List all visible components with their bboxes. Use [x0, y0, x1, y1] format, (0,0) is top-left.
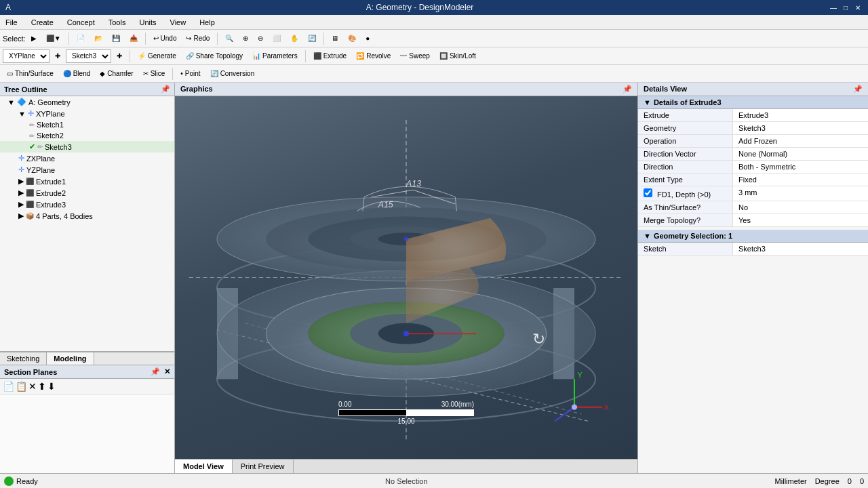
- plane-new-button[interactable]: ✚: [51, 49, 64, 64]
- menu-help[interactable]: Help: [197, 17, 218, 28]
- undo-button[interactable]: ↩ Undo: [149, 31, 181, 46]
- revolve-button[interactable]: 🔁 Revolve: [352, 49, 395, 64]
- tree-expand-xyplane: ▼: [18, 110, 26, 118]
- sep3: [217, 33, 218, 45]
- sp-delete-icon[interactable]: ✕: [28, 381, 37, 392]
- details-val-fd1[interactable]: 3 mm: [733, 186, 868, 201]
- details-val-thin[interactable]: No: [733, 201, 868, 214]
- tab-modeling[interactable]: Modeling: [47, 352, 94, 365]
- tree-pin-icon[interactable]: 📌: [161, 85, 170, 94]
- details-collapse-icon[interactable]: ▼: [644, 98, 651, 106]
- share-topology-button[interactable]: 🔗 Share Topology: [182, 49, 247, 64]
- tree-item-sketch1[interactable]: ✏ Sketch1: [0, 119, 174, 130]
- sp-new-icon[interactable]: 📄: [3, 381, 14, 392]
- sp-copy-icon[interactable]: 📋: [16, 381, 27, 392]
- tree-item-extrude2[interactable]: ▶ ⬛ Extrude2: [0, 187, 174, 199]
- tree-label-xyplane: XYPlane: [36, 110, 65, 118]
- rotate-button[interactable]: 🔄: [304, 31, 320, 46]
- svg-text:Y: Y: [577, 371, 583, 379]
- graphics-canvas[interactable]: ↻ A13 A15 Y: [175, 96, 637, 459]
- details-row-direction-vector: Direction Vector None (Normal): [638, 148, 868, 161]
- tab-model-view[interactable]: Model View: [175, 460, 233, 473]
- tab-sketching[interactable]: Sketching: [0, 352, 47, 365]
- zoom-button[interactable]: 🔍: [221, 31, 237, 46]
- graphics-pin-icon[interactable]: 📌: [623, 85, 632, 94]
- extrude-button[interactable]: ⬛ Extrude: [309, 49, 351, 64]
- save-button[interactable]: 💾: [108, 31, 124, 46]
- tab-print-preview[interactable]: Print Preview: [233, 460, 294, 473]
- slice-button[interactable]: ✂ Slice: [139, 66, 170, 81]
- menu-view[interactable]: View: [167, 17, 189, 28]
- pan-button[interactable]: ✋: [286, 31, 302, 46]
- menu-units[interactable]: Units: [136, 17, 159, 28]
- details-val-sketch[interactable]: Sketch3: [733, 243, 868, 255]
- zoom-out-button[interactable]: ⊖: [254, 31, 267, 46]
- statusbar: Ready No Selection Millimeter Degree 0 0: [0, 473, 868, 488]
- sketch-new-button[interactable]: ✚: [113, 49, 126, 64]
- view-button[interactable]: 🖥: [328, 31, 342, 46]
- tree-item-extrude1[interactable]: ▶ ⬛ Extrude1: [0, 176, 174, 187]
- sp-up-icon[interactable]: ⬆: [38, 381, 46, 392]
- tree-item-yzplane[interactable]: ✛ YZPlane: [0, 164, 174, 176]
- menu-concept[interactable]: Concept: [64, 17, 98, 28]
- tree-label-geometry: A: Geometry: [28, 98, 71, 106]
- tree-item-xyplane[interactable]: ▼ ✛ XYPlane: [0, 108, 174, 119]
- new-button[interactable]: 📄: [73, 31, 89, 46]
- tree-item-geometry[interactable]: ▼ 🔷 A: Geometry: [0, 96, 174, 108]
- zoom-box-button[interactable]: ⬜: [269, 31, 285, 46]
- details-val-direction-vector[interactable]: None (Normal): [733, 148, 868, 160]
- tree-label-yzplane: YZPlane: [26, 166, 55, 174]
- tree-outline: Tree Outline 📌 ▼ 🔷 A: Geometry ▼ ✛ XYPla…: [0, 83, 174, 352]
- sketch-dropdown[interactable]: Sketch3 Sketch1 Sketch2: [66, 49, 111, 63]
- generate-button[interactable]: ⚡ Generate: [134, 49, 180, 64]
- details-val-direction[interactable]: Both - Symmetric: [733, 161, 868, 173]
- import-button[interactable]: 📥: [125, 31, 142, 46]
- right-panel: Details View 📌 ▼ Details of Extrude3 Ext…: [637, 83, 868, 473]
- tree-title: Tree Outline: [4, 85, 47, 94]
- details-key-thin: As Thin/Surface?: [638, 201, 733, 214]
- tree-item-extrude3[interactable]: ▶ ⬛ Extrude3: [0, 199, 174, 210]
- menu-file[interactable]: File: [3, 17, 20, 28]
- menu-tools[interactable]: Tools: [106, 17, 129, 28]
- tree-label-sketch3: Sketch3: [45, 143, 72, 151]
- sep7: [172, 68, 173, 80]
- zoom-in-button[interactable]: ⊕: [239, 31, 252, 46]
- close-button[interactable]: ✕: [853, 3, 863, 12]
- menu-create[interactable]: Create: [28, 17, 56, 28]
- details-key-extrude: Extrude: [638, 109, 733, 121]
- details-val-merge[interactable]: Yes: [733, 214, 868, 226]
- skin-loft-button[interactable]: 🔲 Skin/Loft: [435, 49, 480, 64]
- tree-item-4parts[interactable]: ▶ 📦 4 Parts, 4 Bodies: [0, 210, 174, 222]
- tree-item-sketch2[interactable]: ✏ Sketch2: [0, 130, 174, 141]
- maximize-button[interactable]: □: [841, 3, 850, 12]
- plane-dropdown[interactable]: XYPlane ZXPlane YZPlane: [3, 49, 50, 63]
- chamfer-button[interactable]: ◆ Chamfer: [96, 66, 137, 81]
- details-val-geometry[interactable]: Sketch3: [733, 122, 868, 134]
- details-geo-collapse[interactable]: ▼: [644, 232, 651, 240]
- select-filter-button[interactable]: ⬛▼: [42, 31, 65, 46]
- parameters-button[interactable]: 📊 Parameters: [248, 49, 302, 64]
- sp-down-icon[interactable]: ⬇: [47, 381, 56, 392]
- section-planes-close-icon[interactable]: ✕: [164, 367, 170, 376]
- conversion-button[interactable]: 🔄 Conversion: [206, 66, 259, 81]
- details-row-geometry: Geometry Sketch3: [638, 122, 868, 135]
- details-val-operation[interactable]: Add Frozen: [733, 135, 868, 147]
- sweep-button[interactable]: 〰 Sweep: [396, 49, 434, 64]
- tree-item-zxplane[interactable]: ✛ ZXPlane: [0, 152, 174, 164]
- tree-item-sketch3[interactable]: ✔ ✏ Sketch3: [0, 141, 174, 152]
- blend-button[interactable]: 🔵 Blend: [59, 66, 95, 81]
- redo-button[interactable]: ↪ Redo: [182, 31, 214, 46]
- render-button[interactable]: 🎨: [344, 31, 360, 46]
- section-planes-pin-icon[interactable]: 📌: [151, 367, 160, 376]
- details-val-extrude[interactable]: Extrude3: [733, 109, 868, 121]
- select-mode-button[interactable]: ▶: [27, 31, 41, 46]
- thin-surface-button[interactable]: ▭ Thin/Surface: [3, 66, 58, 81]
- minimize-button[interactable]: —: [829, 3, 838, 12]
- details-val-extent-type[interactable]: Fixed: [733, 174, 868, 186]
- fd1-checkbox[interactable]: [644, 188, 652, 197]
- details-pin-icon[interactable]: 📌: [853, 85, 863, 94]
- shading-button[interactable]: ●: [361, 31, 374, 46]
- open-button[interactable]: 📂: [90, 31, 106, 46]
- menubar: File Create Concept Tools Units View Hel…: [0, 15, 868, 30]
- point-button[interactable]: • Point: [176, 66, 204, 81]
